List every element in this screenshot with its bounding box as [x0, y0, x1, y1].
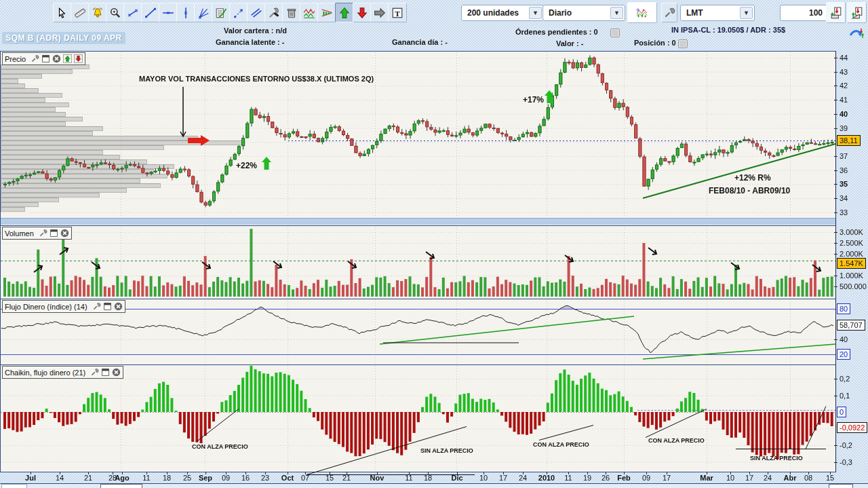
time-axis-label: 17	[745, 474, 753, 482]
current-price-badge: 38,11	[837, 135, 861, 146]
hline-icon	[162, 7, 174, 19]
instrument-info-label: IN IPSA-CL : 19.050$ / ADR : 35$	[671, 26, 785, 34]
pending-orders-label: Órdenes pendientes : 0	[515, 28, 598, 36]
order-settings-button[interactable]	[661, 3, 677, 22]
window-icon[interactable]	[101, 368, 110, 377]
price-panel-header: Precio	[2, 52, 85, 65]
alarm-icon	[92, 7, 104, 19]
time-axis-label: 08	[804, 474, 812, 482]
price-axis-tick: 37	[840, 152, 848, 161]
price-axis-tick: 34	[840, 194, 848, 203]
alert-tool-button[interactable]	[88, 3, 107, 22]
segment-tool-button[interactable]	[123, 3, 142, 22]
time-axis-label: 11	[142, 474, 150, 482]
price-axis-tick: 40	[840, 110, 848, 119]
price-annotation-pct12: +12% R%	[734, 173, 771, 183]
pointer-tool-button[interactable]	[53, 3, 72, 22]
ruler-tool-button[interactable]	[71, 3, 90, 22]
units-select[interactable]: 200 unidades ▼	[461, 5, 544, 21]
time-axis-tick	[457, 472, 458, 474]
axis-tick-mark	[834, 170, 837, 171]
zigzag-pattern-tool-button[interactable]	[300, 3, 319, 22]
period-select[interactable]: Diario ▼	[542, 5, 625, 21]
chart-style-button[interactable]	[627, 2, 657, 23]
link-charts-icon[interactable]	[849, 26, 864, 43]
window-icon[interactable]	[50, 229, 58, 238]
axis-tick-mark	[834, 198, 837, 199]
axis-tick-mark	[834, 462, 837, 463]
time-axis-tick	[305, 472, 306, 474]
reverse-position-button[interactable]	[847, 2, 867, 23]
tools-icon	[268, 7, 280, 19]
time-axis-label: 25	[183, 474, 191, 482]
time-axis-tick	[265, 472, 266, 474]
chaikin-annotation: CON ALZA PRECIO	[192, 443, 248, 450]
orders-list-icon[interactable]	[610, 29, 620, 37]
arrow-right-tool-button[interactable]	[370, 3, 389, 22]
chaikin-annotation: CON ALZA PRECIO	[648, 437, 705, 444]
order-type-select[interactable]: LMT ▼	[680, 5, 755, 21]
chevron-down-icon[interactable]: ▼	[529, 7, 542, 19]
parallel-lines-tool-button[interactable]	[247, 3, 266, 22]
vertical-line-tool-button[interactable]	[176, 3, 195, 22]
time-axis-tick	[122, 472, 123, 474]
triangle-pattern-tool-button[interactable]	[317, 3, 336, 22]
time-axis-tick	[484, 472, 484, 474]
time-axis-tick	[205, 472, 206, 474]
money-flow-threshold-badge: 20	[837, 349, 850, 360]
close-icon[interactable]	[60, 229, 69, 238]
wrench-icon[interactable]	[31, 54, 39, 63]
fan-lines-tool-button[interactable]	[194, 3, 213, 22]
chevron-down-icon[interactable]: ▼	[740, 7, 753, 19]
texttool-icon: T	[391, 7, 403, 19]
delete-tool-button[interactable]	[282, 3, 301, 22]
time-axis-label: 09	[642, 474, 650, 482]
time-axis-label: 21	[84, 474, 92, 482]
bottom-chip	[100, 484, 142, 488]
zoom-tool-button[interactable]	[106, 3, 125, 22]
wrench-icon[interactable]	[39, 229, 47, 238]
bottom-left-chip	[1, 484, 27, 488]
wrench-icon[interactable]	[92, 302, 101, 311]
trendline-tool-button[interactable]	[141, 3, 160, 22]
buy-arrow-icon[interactable]	[63, 54, 72, 63]
close-icon[interactable]	[112, 368, 121, 377]
green-up-arrow-icon	[262, 157, 271, 170]
time-axis-label: 17	[663, 474, 671, 482]
close-position-button[interactable]	[826, 2, 846, 23]
wrench-icon[interactable]	[90, 368, 99, 377]
quantity-stepper[interactable]: 100 ▲▼	[780, 5, 833, 21]
time-axis-tick	[606, 472, 606, 474]
time-axis-tick	[347, 472, 347, 474]
window-icon[interactable]	[103, 302, 112, 311]
dotted-arrow-tool-button[interactable]	[229, 3, 248, 22]
time-axis-tick	[503, 472, 504, 474]
chart-canvas[interactable]	[0, 0, 836, 488]
time-axis-label: 10	[479, 474, 488, 482]
horizontal-line-tool-button[interactable]	[159, 3, 178, 22]
price-axis-tick: 44	[840, 54, 848, 62]
time-axis-label: 14	[56, 474, 64, 482]
position-list-icon[interactable]	[678, 39, 688, 48]
parallel-icon	[250, 7, 262, 19]
arrow-down-tool-button[interactable]	[353, 3, 372, 22]
axis-line	[835, 225, 836, 299]
volume-axis-tick: 2.000K	[840, 250, 863, 259]
settings-tools-button[interactable]	[264, 3, 283, 22]
arrow-up-tool-button[interactable]	[335, 3, 354, 22]
trash-icon	[285, 7, 298, 19]
text-tool-button[interactable]: T	[388, 3, 407, 22]
close-icon[interactable]	[114, 302, 123, 311]
close-icon[interactable]	[52, 54, 61, 63]
time-axis-tick	[730, 472, 731, 474]
annotation-list-tool-button[interactable]	[212, 3, 231, 22]
chevron-down-icon[interactable]: ▼	[610, 7, 623, 19]
time-axis-tick	[830, 472, 831, 474]
window-icon[interactable]	[41, 54, 50, 63]
trendline-icon	[144, 7, 157, 19]
chaikin-panel-label: Chaikin, flujo dinero (21)	[5, 369, 85, 377]
time-axis-label: Dic	[451, 474, 462, 482]
period-select-value: Diario	[549, 8, 572, 18]
sell-arrow-icon[interactable]	[74, 54, 83, 63]
time-axis-label: Sep	[199, 474, 212, 482]
